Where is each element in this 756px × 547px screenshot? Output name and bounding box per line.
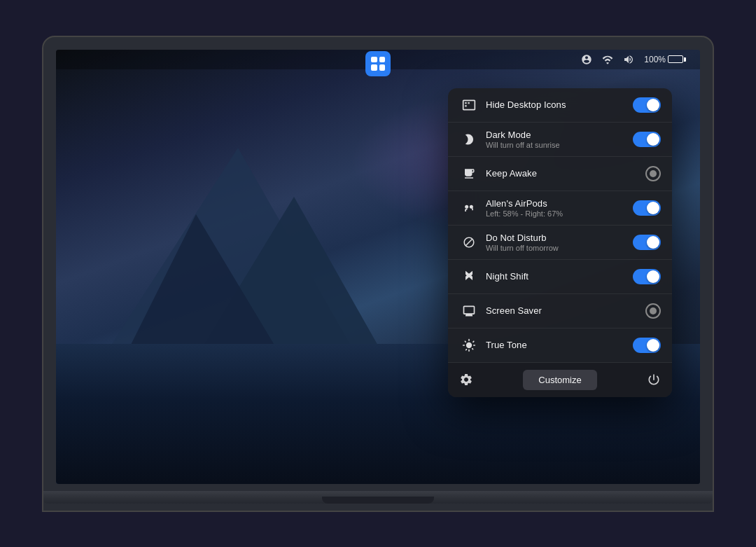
keep-awake-title: Keep Awake: [486, 168, 645, 179]
macbook-base: [43, 491, 713, 504]
keep-awake-radio[interactable]: [645, 166, 661, 181]
macbook-notch: [322, 497, 434, 504]
airdrop-icon: [581, 54, 592, 65]
battery-icon: [668, 55, 686, 63]
menu-item-night-shift[interactable]: Night Shift: [448, 260, 672, 294]
battery-percent-label: 100%: [644, 55, 666, 64]
airpods-title: Allen's AirPods: [486, 198, 633, 209]
menu-item-hide-desktop-icons[interactable]: Hide Desktop Icons: [448, 88, 672, 123]
night-shift-text: Night Shift: [486, 271, 633, 282]
night-shift-icon: [459, 267, 479, 286]
menu-item-airpods[interactable]: Allen's AirPods Left: 58% - Right: 67%: [448, 191, 672, 226]
macbook-frame: 100%: [42, 36, 714, 512]
dark-mode-subtitle: Will turn off at sunrise: [486, 141, 633, 149]
menu-item-do-not-disturb[interactable]: Do Not Disturb Will turn off tomorrow: [448, 226, 672, 260]
dnd-subtitle: Will turn off tomorrow: [486, 244, 633, 252]
mountain-3: [126, 214, 280, 354]
menu-item-dark-mode[interactable]: Dark Mode Will turn off at sunrise: [448, 123, 672, 157]
wifi-icon: [602, 55, 613, 64]
hide-desktop-icons-toggle[interactable]: [633, 97, 661, 113]
dropdown-footer: Customize: [448, 363, 672, 397]
dropdown-panel: Hide Desktop Icons Dark Mode Will turn o…: [448, 88, 672, 397]
dnd-title: Do Not Disturb: [486, 233, 633, 243]
keep-awake-text: Keep Awake: [486, 168, 645, 179]
true-tone-toggle[interactable]: [633, 338, 661, 353]
airpods-subtitle: Left: 58% - Right: 67%: [486, 209, 633, 218]
power-icon[interactable]: [647, 373, 661, 387]
macbook-screen: 100%: [56, 50, 700, 484]
volume-icon: [623, 54, 634, 65]
svg-point-3: [465, 205, 468, 208]
night-shift-toggle[interactable]: [633, 269, 661, 284]
true-tone-title: True Tone: [486, 340, 633, 350]
dnd-text: Do Not Disturb Will turn off tomorrow: [486, 233, 633, 252]
airpods-text: Allen's AirPods Left: 58% - Right: 67%: [486, 198, 633, 218]
dnd-icon: [459, 233, 479, 252]
app-menubar-icon[interactable]: [365, 51, 391, 76]
menu-item-screen-saver[interactable]: Screen Saver: [448, 294, 672, 328]
svg-rect-2: [465, 105, 467, 107]
screen-saver-icon: [459, 301, 479, 321]
svg-rect-1: [468, 102, 470, 104]
hide-desktop-icon: [459, 95, 479, 115]
airpods-toggle[interactable]: [633, 200, 661, 216]
screen-saver-text: Screen Saver: [486, 305, 645, 316]
screen-saver-radio[interactable]: [645, 303, 661, 319]
customize-button[interactable]: Customize: [523, 370, 596, 390]
hide-desktop-icons-title: Hide Desktop Icons: [486, 99, 633, 110]
dark-mode-text: Dark Mode Will turn off at sunrise: [486, 130, 633, 149]
true-tone-icon: [459, 335, 479, 355]
true-tone-text: True Tone: [486, 340, 633, 350]
settings-icon[interactable]: [459, 373, 473, 387]
hide-desktop-icons-text: Hide Desktop Icons: [486, 99, 633, 110]
dark-mode-icon: [459, 130, 479, 149]
menu-item-true-tone[interactable]: True Tone: [448, 328, 672, 363]
airpods-icon: [459, 198, 479, 218]
dark-mode-title: Dark Mode: [486, 130, 633, 140]
screen-saver-title: Screen Saver: [486, 305, 645, 316]
svg-rect-0: [465, 102, 467, 104]
menu-item-keep-awake[interactable]: Keep Awake: [448, 157, 672, 191]
battery-display: 100%: [644, 55, 686, 64]
night-shift-title: Night Shift: [486, 271, 633, 282]
dark-mode-toggle[interactable]: [633, 132, 661, 147]
dnd-toggle[interactable]: [633, 235, 661, 250]
keep-awake-icon: [459, 164, 479, 184]
